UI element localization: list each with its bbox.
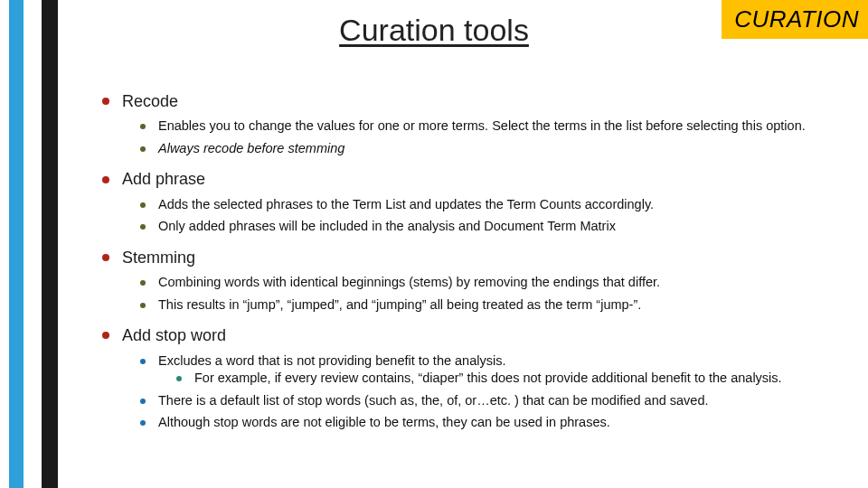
section-recode: Recode Enables you to change the values … [122, 90, 843, 157]
list-item: Adds the selected phrases to the Term Li… [158, 196, 843, 214]
section-heading: Recode [122, 90, 843, 112]
list-item-text: Excludes a word that is not providing be… [158, 353, 505, 368]
list-item: This results in “jump”, “jumped”, and “j… [158, 296, 843, 314]
list-item: Combining words with identical beginning… [158, 274, 843, 292]
list-item: Only added phrases will be included in t… [158, 218, 843, 236]
section-add-phrase: Add phrase Adds the selected phrases to … [122, 168, 843, 235]
stripe-gap [24, 0, 42, 488]
section-heading: Add phrase [122, 168, 843, 190]
section-heading: Add stop word [122, 324, 843, 346]
category-badge: CURATION [722, 0, 868, 39]
list-sub-item: For example, if every review contains, “… [194, 370, 843, 388]
list-item: Always recode before stemming [158, 140, 843, 158]
slide-body: Recode Enables you to change the values … [122, 90, 843, 443]
side-stripes [9, 0, 58, 488]
list-item: Enables you to change the values for one… [158, 117, 843, 136]
stripe-black [42, 0, 58, 488]
list-item: There is a default list of stop words (s… [158, 392, 843, 410]
section-add-stop-word: Add stop word Excludes a word that is no… [122, 324, 843, 432]
list-item: Although stop words are not eligible to … [158, 414, 843, 432]
section-stemming: Stemming Combining words with identical … [122, 247, 843, 314]
section-heading: Stemming [122, 247, 843, 268]
stripe-blue [9, 0, 24, 488]
slide-title: Curation tools [339, 13, 529, 48]
list-item: Excludes a word that is not providing be… [158, 352, 843, 388]
